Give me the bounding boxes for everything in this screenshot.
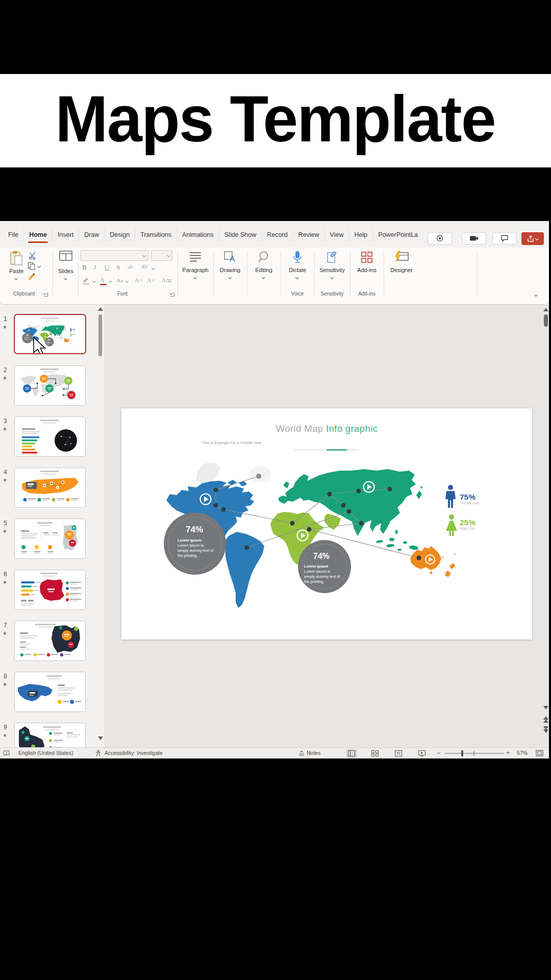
slide-sorter-view-button[interactable] [369,749,381,758]
thumbnail-9-graphic [15,723,85,747]
slide-number: 2 [4,366,7,374]
zoom-level[interactable]: 57% [517,750,528,756]
slide-thumbnail-5[interactable] [14,519,86,559]
designer-button[interactable]: Designer [386,251,417,266]
next-slide-icon2[interactable] [543,729,548,733]
zoom-out-button[interactable]: − [437,749,441,757]
slide-thumbnail-2[interactable] [14,365,86,406]
tab-design[interactable]: Design [105,228,135,241]
slide-thumbnail-6[interactable] [14,570,86,610]
font-size-combo[interactable] [151,250,172,261]
strikethrough-button[interactable]: S [116,263,120,272]
editing-button[interactable]: Editing [249,251,279,265]
slide-thumbnail-9[interactable] [14,723,86,747]
stat-circle-2: 74% Lorem Ipsum Lorem Ipsum is simply du… [298,540,351,593]
change-case-button[interactable]: Aa [116,277,123,283]
current-slide[interactable]: World Map Info graphic This is Example F… [121,408,532,640]
font-color-button[interactable]: A [100,276,107,285]
tab-powerpointlab[interactable]: PowerPointLa [373,228,423,241]
scroll-down-icon[interactable] [98,737,103,740]
format-painter-icon [28,273,36,281]
language-status[interactable]: English (United States) [18,750,73,756]
thumbnail-7-graphic [15,621,85,660]
panel-scrollbar[interactable] [97,305,104,747]
slide-thumbnail-1[interactable] [14,314,86,354]
zoom-slider-track[interactable] [445,753,504,754]
tab-slideshow[interactable]: Slide Show [219,228,262,241]
share-button[interactable] [521,232,544,245]
addins-button[interactable]: Add-ins [352,251,382,266]
tab-review[interactable]: Review [293,228,325,241]
status-bar: English (United States) Accessibility: I… [0,747,549,758]
slide-thumbnail-4[interactable] [14,468,86,508]
italic-button[interactable]: I [94,263,96,272]
world-map-graphic: 74% Lorem Ipsum Lorem Ipsum is simply du… [121,408,532,640]
scroll-up-icon[interactable] [543,308,548,311]
main-scrollbar[interactable] [542,305,549,747]
tab-record[interactable]: Record [262,228,293,241]
slide-number: 8 [4,673,7,680]
shrink-font-button[interactable]: A˅ [147,277,155,284]
clear-formatting-button[interactable]: A⌫ [161,277,171,284]
paste-button[interactable]: Paste [5,251,28,268]
tab-help[interactable]: Help [349,228,373,241]
slide-thumbnail-7[interactable] [14,621,86,661]
paragraph-button[interactable]: Paragraph [180,251,211,265]
font-name-combo[interactable] [81,250,148,261]
clipboard-dialog-launcher[interactable] [44,292,48,297]
collapse-ribbon-icon[interactable] [534,293,538,297]
powerpoint-window: File Home Insert Draw Design Transitions… [0,221,549,758]
reading-view-button[interactable] [393,749,404,758]
panel-scrollbar-thumb[interactable] [98,314,102,356]
drawing-button[interactable]: A Drawing [215,251,245,265]
drawing-icon: A [223,251,237,263]
designer-icon [394,251,409,264]
voice-group-label: Voice [283,291,312,297]
tab-insert[interactable]: Insert [53,228,79,241]
slide-thumbnail-3[interactable] [14,416,86,457]
format-painter-button[interactable] [28,273,36,283]
underline-button[interactable]: U [105,263,109,272]
svg-text:25%: 25% [460,518,475,527]
zoom-slider-thumb[interactable] [461,750,463,756]
svg-text:the printing.: the printing. [304,579,324,584]
svg-text:A: A [230,255,235,263]
scroll-down-icon[interactable] [543,706,548,709]
paste-icon [10,251,23,266]
normal-view-button[interactable] [346,749,357,758]
slides-button[interactable]: Slides [54,251,78,264]
copy-button[interactable] [28,262,36,272]
tab-animations[interactable]: Animations [177,228,219,241]
cut-button[interactable] [29,252,37,262]
sensitivity-button[interactable]: Sensitivity [316,251,348,266]
tab-home[interactable]: Home [24,228,53,241]
slide-thumbnail-8[interactable] [14,672,86,712]
accessibility-status[interactable]: Accessibility: Investigate [105,750,163,756]
record-button[interactable] [428,232,452,244]
main-scrollbar-thumb[interactable] [544,314,548,327]
svg-text:Male User: Male User [460,527,475,530]
scroll-up-icon[interactable] [98,307,103,311]
dictate-button[interactable]: Dictate [283,251,312,266]
bold-button[interactable]: B [82,263,87,272]
text-shadow-button[interactable]: ab [128,263,133,270]
previous-slide-icon2[interactable] [543,719,548,723]
thumbnail-8-graphic [15,672,85,712]
comment-button[interactable] [492,232,517,244]
tab-file[interactable]: File [3,228,24,241]
tab-view[interactable]: View [325,228,349,241]
camera-button[interactable] [462,232,486,244]
character-spacing-button[interactable]: AV [141,263,148,270]
woman-icon [446,521,457,531]
grow-font-button[interactable]: A˄ [135,277,142,284]
tab-transitions[interactable]: Transitions [135,228,177,241]
notes-button[interactable]: Notes [307,750,320,756]
highlight-button[interactable] [82,277,91,287]
slide-number: 9 [4,724,7,731]
font-dialog-launcher[interactable] [170,292,174,297]
slideshow-view-button[interactable] [416,749,428,758]
fit-to-window-icon[interactable] [536,750,543,756]
zoom-in-button[interactable]: + [506,749,510,756]
tab-draw[interactable]: Draw [79,228,105,241]
slide-number: 6 [4,571,7,578]
